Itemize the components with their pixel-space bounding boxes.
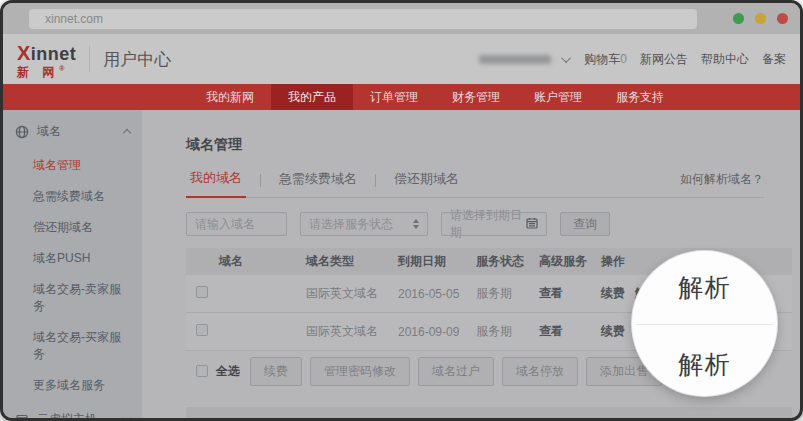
resolve-link-magnified[interactable]: 解析 [632,348,777,381]
col-header-type: 域名类型 [306,253,398,270]
sidebar-section-label: 域名 [37,123,61,140]
window-controls [733,13,788,24]
col-header-domain: 域名 [219,253,306,270]
row-checkbox[interactable] [196,286,208,298]
select-spinner-icon [413,219,419,229]
xinnet-logo[interactable]: Xinnet 新 网® [17,41,76,78]
batch-renew-button[interactable]: 续费 [250,357,302,386]
info-icon: i [205,418,218,421]
sidebar-item-more-services[interactable]: 更多域名服务 [3,370,142,401]
site-header: Xinnet 新 网® 用户中心 购物车0 新网公告 帮助中心 备案 [3,34,800,84]
select-all-label: 全选 [216,363,240,380]
service-status: 服务期 [476,323,539,340]
window-button-yellow[interactable] [755,13,766,24]
globe-icon [15,125,29,139]
magnifier-spotlight: 解析 解析 [632,251,777,396]
domain-search-input[interactable]: 请输入域名 [186,212,287,236]
nav-item-account[interactable]: 账户管理 [517,84,599,110]
nav-item-orders[interactable]: 订单管理 [353,84,435,110]
sidebar-section-cloud-hosting[interactable]: 云虚拟主机 [3,401,142,421]
logo-text: Xinnet [17,43,76,63]
domain-type: 国际英文域名 [306,285,398,302]
main-nav: 我的新网 我的产品 订单管理 财务管理 账户管理 服务支持 [3,84,800,110]
batch-transfer-button[interactable]: 域名过户 [418,357,494,386]
select-all-checkbox[interactable] [196,365,208,377]
batch-password-button[interactable]: 管理密码修改 [310,357,410,386]
cart-count-badge: 0 [620,52,627,66]
date-placeholder: 请选择到期日期 [450,207,526,241]
col-header-status: 服务状态 [476,253,539,270]
tab-my-domains[interactable]: 我的域名 [186,169,246,198]
renew-link[interactable]: 续费 [601,285,625,302]
tab-separator [260,174,261,187]
sidebar-item-trade-seller[interactable]: 域名交易-卖家服务 [3,274,142,322]
service-status: 服务期 [476,285,539,302]
sidebar-item-domain-management[interactable]: 域名管理 [3,150,142,181]
cart-link[interactable]: 购物车0 [584,51,627,68]
browser-window: xinnet.com Xinnet 新 网® 用户中心 购物车0 新网公告 帮助… [0,0,803,421]
sidebar: 域名 域名管理 急需续费域名 偿还期域名 域名PUSH 域名交易-卖家服务 域名… [3,110,142,421]
filing-link[interactable]: 备案 [762,51,786,68]
query-button[interactable]: 查询 [560,212,610,236]
filter-row: 请输入域名 请选择服务状态 请选择到期日期 查询 [186,212,792,236]
header-divider [89,46,90,72]
url-bar[interactable]: xinnet.com [29,9,697,29]
window-button-red[interactable] [777,13,788,24]
batch-parking-button[interactable]: 域名停放 [502,357,578,386]
chevron-down-icon[interactable] [561,53,571,63]
logo-cn-text: 新 网® [17,65,76,78]
announcements-link[interactable]: 新网公告 [640,51,688,68]
advanced-view-link[interactable]: 查看 [539,323,601,340]
sidebar-item-domain-push[interactable]: 域名PUSH [3,243,142,274]
page-title: 域名管理 [186,136,792,154]
nav-item-my-xinnet[interactable]: 我的新网 [189,84,271,110]
chevron-up-icon [123,129,131,137]
resolve-link-magnified[interactable]: 解析 [632,271,777,304]
sidebar-item-urgent-renewal[interactable]: 急需续费域名 [3,181,142,212]
stack-icon [15,413,29,421]
sidebar-item-redemption[interactable]: 偿还期域名 [3,212,142,243]
advanced-view-link[interactable]: 查看 [539,285,601,302]
browser-chrome: xinnet.com [3,3,800,34]
service-status-select[interactable]: 请选择服务状态 [300,212,428,236]
how-to-resolve-link[interactable]: 如何解析域名？ [680,171,764,197]
nav-item-support[interactable]: 服务支持 [599,84,681,110]
sidebar-item-trade-buyer[interactable]: 域名交易-买家服务 [3,322,142,370]
tab-separator [375,174,376,187]
calendar-icon [526,217,538,232]
tabs: 我的域名 急需续费域名 偿还期域名 如何解析域名？ [186,169,764,198]
row-checkbox[interactable] [196,324,208,336]
tips-bar: i 温馨提示 [186,407,792,421]
domain-type: 国际英文域名 [306,323,398,340]
select-placeholder: 请选择服务状态 [309,216,393,233]
portal-title: 用户中心 [103,48,171,71]
col-header-advanced: 高级服务 [539,253,601,270]
magnifier-row-divider [636,324,773,325]
tab-urgent-renewal[interactable]: 急需续费域名 [275,170,361,197]
nav-item-finance[interactable]: 财务管理 [435,84,517,110]
sidebar-section-domains[interactable]: 域名 [3,113,142,150]
help-center-link[interactable]: 帮助中心 [701,51,749,68]
tab-redemption[interactable]: 偿还期域名 [390,170,463,197]
tips-label: 温馨提示 [227,416,275,421]
username-redacted[interactable] [479,55,551,64]
nav-item-my-products[interactable]: 我的产品 [271,84,353,110]
sidebar-section-label: 云虚拟主机 [37,411,97,421]
window-button-green[interactable] [733,13,744,24]
expire-date-input[interactable]: 请选择到期日期 [441,212,547,236]
chevron-down-icon [123,414,131,421]
expire-date: 2016-09-09 [398,325,476,339]
expire-date: 2016-05-05 [398,287,476,301]
col-header-expire: 到期日期 [398,253,476,270]
renew-link[interactable]: 续费 [601,323,625,340]
